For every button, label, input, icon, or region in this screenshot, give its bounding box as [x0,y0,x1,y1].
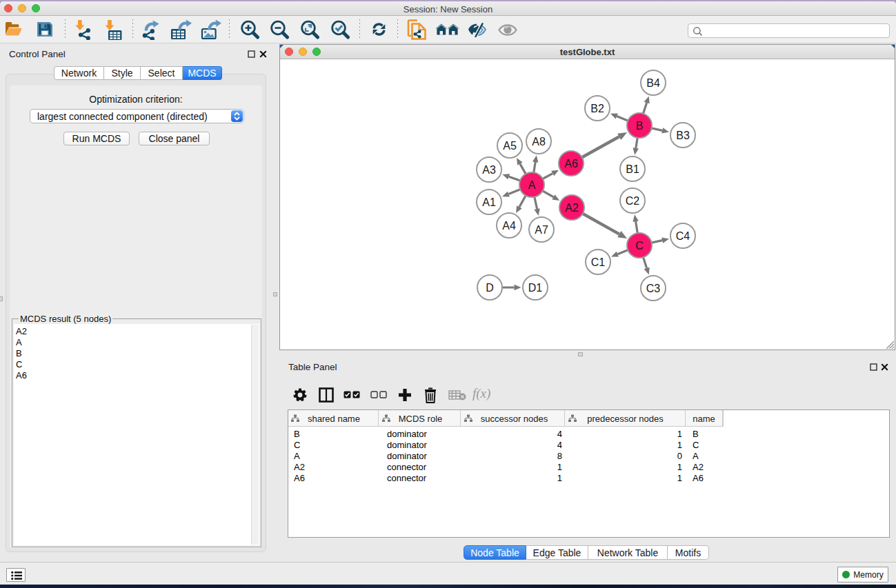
svg-text:A6: A6 [564,158,578,170]
svg-text:A4: A4 [502,220,516,232]
svg-text:A5: A5 [503,140,517,152]
svg-text:D: D [486,282,494,294]
svg-text:C1: C1 [591,256,606,268]
svg-text:B1: B1 [626,163,639,175]
svg-text:B4: B4 [646,77,660,89]
svg-text:A8: A8 [532,136,546,148]
svg-text:A7: A7 [535,224,548,236]
svg-text:B: B [636,120,644,132]
svg-text:B2: B2 [590,103,604,114]
svg-text:C4: C4 [676,230,690,242]
svg-text:A1: A1 [482,196,496,208]
svg-text:C2: C2 [626,195,640,207]
svg-text:A3: A3 [482,164,496,176]
svg-text:D1: D1 [528,282,543,294]
svg-text:A2: A2 [565,202,579,214]
svg-text:C3: C3 [646,283,661,294]
svg-text:B3: B3 [676,130,690,141]
svg-text:C: C [635,240,644,252]
svg-text:A: A [528,179,536,191]
